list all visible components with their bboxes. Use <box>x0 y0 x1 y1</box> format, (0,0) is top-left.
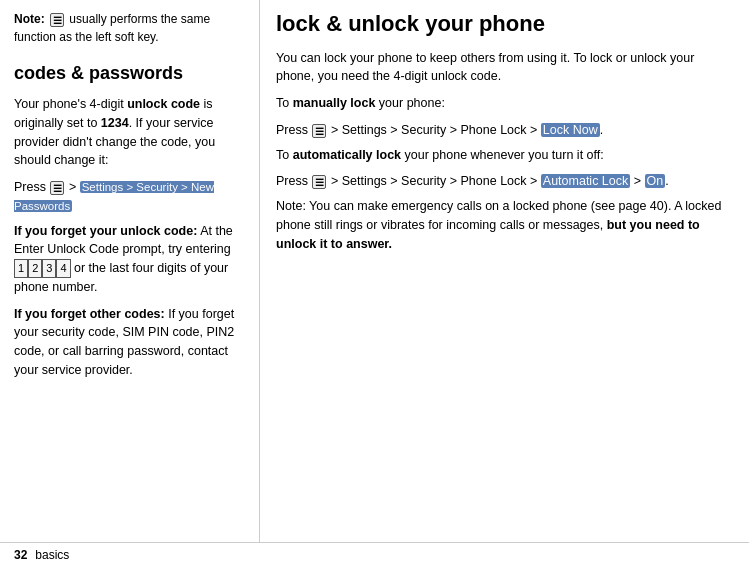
auto-lock-intro: To automatically lock your phone wheneve… <box>276 146 733 165</box>
gt1: > <box>69 180 80 194</box>
1234-bold: 1234 <box>101 116 129 130</box>
right-column: lock & unlock your phone You can lock yo… <box>260 0 749 566</box>
menu-path1-suffix: . <box>600 123 603 137</box>
page-number: 32 <box>14 548 27 562</box>
menu-path2-suffix: . <box>665 174 668 188</box>
note-box: Note: ☰ usually performs the same functi… <box>14 10 245 46</box>
press-auto-lock-line: Press ☰ > Settings > Security > Phone Lo… <box>276 172 733 191</box>
codes-passwords-title: codes & passwords <box>14 60 245 87</box>
gt-r1: > <box>331 123 342 137</box>
forget-code-label: If you forget your unlock code: <box>14 224 197 238</box>
note-label: Note: <box>14 12 45 26</box>
press-settings-line: Press ☰ > Settings > Security > New Pass… <box>14 178 245 216</box>
forget-other-paragraph: If you forget other codes: If you forget… <box>14 305 245 380</box>
left-column: Note: ☰ usually performs the same functi… <box>0 0 260 566</box>
footer-section: basics <box>35 548 69 562</box>
footer-bar: 32 basics <box>0 542 749 566</box>
automatically-lock-bold: automatically lock <box>293 148 401 162</box>
gt-r1b: > <box>530 123 541 137</box>
press-label-2: Press <box>276 174 308 188</box>
gt-r2: > <box>331 174 342 188</box>
menu-path2-mid: > <box>634 174 645 188</box>
menu-path2-pre: Settings > Security > Phone Lock <box>342 174 527 188</box>
press-label-1: Press <box>276 123 308 137</box>
menu-icon-right2: ☰ <box>312 175 326 189</box>
manually-lock-bold: manually lock <box>293 96 376 110</box>
lock-unlock-title: lock & unlock your phone <box>276 10 733 39</box>
digit-3: 3 <box>42 259 56 278</box>
gt-r2b: > <box>530 174 541 188</box>
intro-text1: Your phone's 4-digit <box>14 97 127 111</box>
menu-path1-pre: Settings > Security > Phone Lock <box>342 123 527 137</box>
menu-icon-note: ☰ <box>50 13 64 27</box>
press-lock-now-line: Press ☰ > Settings > Security > Phone Lo… <box>276 121 733 140</box>
auto-lock-to: To <box>276 148 293 162</box>
manual-lock-intro2: your phone: <box>375 96 445 110</box>
menu-icon-right1: ☰ <box>312 124 326 138</box>
auto-lock-intro2: your phone whenever you turn it off: <box>401 148 604 162</box>
digit-4: 4 <box>56 259 70 278</box>
auto-lock-highlight: Automatic Lock <box>541 174 630 188</box>
note-paragraph: Note: You can make emergency calls on a … <box>276 197 733 253</box>
menu-icon-left: ☰ <box>50 181 64 195</box>
lock-intro-paragraph: You can lock your phone to keep others f… <box>276 49 733 87</box>
on-highlight: On <box>645 174 666 188</box>
unlock-code-bold: unlock code <box>127 97 200 111</box>
manual-lock-intro: To manually lock your phone: <box>276 94 733 113</box>
lock-now-highlight: Lock Now <box>541 123 600 137</box>
digit-2: 2 <box>28 259 42 278</box>
digit-1: 1 <box>14 259 28 278</box>
forget-other-label: If you forget other codes: <box>14 307 165 321</box>
manual-lock-to: To <box>276 96 293 110</box>
press-label-left: Press <box>14 180 46 194</box>
forget-code-paragraph: If you forget your unlock code: At the E… <box>14 222 245 297</box>
intro-paragraph: Your phone's 4-digit unlock code is orig… <box>14 95 245 170</box>
